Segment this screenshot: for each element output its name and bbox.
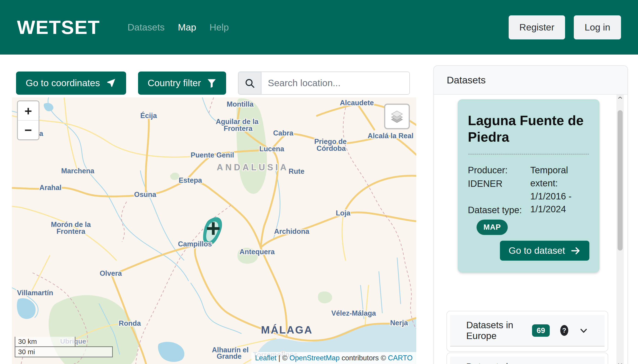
nav-item-datasets[interactable]: Datasets bbox=[128, 22, 165, 33]
datasets-panel: Datasets Laguna Fuente de Piedra Produce… bbox=[433, 65, 628, 364]
accordion-datasets-spain: Datasets in Spain 137 ? bbox=[446, 352, 608, 364]
arrow-right-icon bbox=[570, 246, 581, 256]
map-label: Vélez-Málaga bbox=[331, 309, 376, 317]
basemap-tiles: Montilla Alcaudete Écija Aguilar de la F… bbox=[12, 98, 416, 364]
count-badge: 69 bbox=[532, 324, 550, 337]
selected-dataset-card[interactable]: Laguna Fuente de Piedra Producer: IDENER… bbox=[458, 99, 599, 272]
dataset-meta: Producer: IDENER Dataset type: MAP Tempo… bbox=[468, 164, 589, 235]
panel-title: Datasets bbox=[447, 74, 486, 86]
map-label: Villamartín bbox=[17, 289, 53, 297]
brand-logo[interactable]: WETSET bbox=[17, 16, 100, 38]
help-icon[interactable]: ? bbox=[560, 325, 568, 336]
datasets-panel-body: Laguna Fuente de Piedra Producer: IDENER… bbox=[434, 95, 627, 364]
scale-mi: 30 mi bbox=[15, 346, 113, 357]
leaflet-map[interactable]: Montilla Alcaudete Écija Aguilar de la F… bbox=[12, 98, 416, 364]
map-label: Frontera bbox=[224, 124, 253, 132]
scrollbar-thumb[interactable] bbox=[617, 110, 623, 250]
accordion-title: Datasets in Spain bbox=[466, 362, 522, 364]
map-label: Ronda bbox=[119, 319, 141, 327]
dataset-title: Laguna Fuente de Piedra bbox=[468, 112, 589, 146]
scale-control: 30 km 30 mi bbox=[15, 337, 113, 357]
layers-icon bbox=[389, 109, 405, 124]
goto-coordinates-button[interactable]: Go to coordinates bbox=[16, 72, 126, 95]
accordion-button-spain[interactable]: Datasets in Spain 137 ? bbox=[450, 357, 604, 364]
accordion-button-europe[interactable]: Datasets in Europe 69 ? bbox=[450, 315, 604, 346]
main-nav: Datasets Map Help bbox=[128, 22, 229, 33]
attribution-contributors: contributors © bbox=[340, 354, 388, 362]
map-label: Rute bbox=[289, 167, 305, 175]
map-label: Cabra bbox=[273, 129, 294, 137]
map-toolbar: Go to coordinates Country filter bbox=[16, 72, 410, 95]
login-button[interactable]: Log in bbox=[574, 15, 621, 40]
scroll-down-icon[interactable] bbox=[616, 363, 624, 364]
accordion-datasets-europe: Datasets in Europe 69 ? bbox=[446, 311, 608, 352]
producer-value: IDENER bbox=[468, 177, 526, 190]
map-label: Alcaudete bbox=[340, 99, 374, 107]
accordion-title: Datasets in Europe bbox=[466, 320, 526, 341]
search-icon bbox=[239, 72, 261, 94]
map-label: Frontera bbox=[57, 228, 86, 236]
funnel-icon bbox=[207, 78, 217, 88]
goto-coordinates-label: Go to coordinates bbox=[26, 78, 100, 88]
map-label: Écija bbox=[140, 112, 157, 120]
app-header: WETSET Datasets Map Help Register Log in bbox=[0, 0, 638, 54]
carto-link[interactable]: CARTO bbox=[388, 354, 413, 362]
map-label: Arahal bbox=[40, 184, 62, 192]
navigation-arrow-icon bbox=[106, 78, 117, 88]
map-label-city: MÁLAGA bbox=[261, 324, 313, 336]
nav-item-map[interactable]: Map bbox=[178, 22, 196, 33]
map-label: Estepa bbox=[179, 176, 202, 184]
map-label: Archidona bbox=[274, 228, 309, 236]
dataset-type-badge: MAP bbox=[476, 220, 508, 235]
map-label: Campillos bbox=[178, 240, 212, 248]
chevron-down-icon bbox=[579, 326, 588, 335]
datasets-panel-header: Datasets bbox=[434, 66, 627, 95]
map-label: Loja bbox=[336, 209, 350, 217]
register-button[interactable]: Register bbox=[509, 15, 565, 40]
map-label: Marchena bbox=[61, 167, 95, 175]
map-label: Lucena bbox=[259, 145, 284, 153]
country-filter-button[interactable]: Country filter bbox=[138, 72, 226, 95]
map-label-region: ANDALUSIA bbox=[217, 162, 289, 172]
scroll-up-icon[interactable] bbox=[616, 96, 624, 99]
go-to-dataset-button[interactable]: Go to dataset bbox=[500, 241, 589, 260]
producer-label: Producer: bbox=[468, 164, 526, 177]
attribution-separator: | bbox=[276, 354, 282, 362]
scale-km: 30 km bbox=[15, 337, 76, 346]
map-label: Grande bbox=[217, 352, 242, 360]
zoom-in-button[interactable]: + bbox=[18, 101, 39, 120]
attribution-copyright: © bbox=[282, 354, 289, 362]
map-label: Montilla bbox=[227, 100, 254, 108]
go-to-dataset-label: Go to dataset bbox=[509, 245, 565, 256]
layers-control[interactable] bbox=[384, 104, 410, 129]
map-attribution: Leaflet | © OpenStreetMap contributors ©… bbox=[251, 352, 416, 364]
auth-buttons: Register Log in bbox=[509, 15, 621, 40]
temporal-extent-value: 1/1/2016 - 1/1/2024 bbox=[530, 190, 589, 216]
map-label: Puente Genil bbox=[191, 151, 234, 159]
temporal-extent-label: Temporal extent: bbox=[530, 164, 589, 190]
map-label: Nerja bbox=[390, 319, 408, 327]
dataset-type-label: Dataset type: bbox=[468, 204, 526, 216]
map-label: Olvera bbox=[100, 269, 122, 277]
panel-scrollbar[interactable] bbox=[616, 95, 624, 364]
country-filter-label: Country filter bbox=[148, 78, 201, 88]
card-divider bbox=[468, 154, 589, 154]
zoom-out-button[interactable]: − bbox=[18, 120, 39, 139]
osm-link[interactable]: OpenStreetMap bbox=[289, 354, 340, 362]
map-label: Antequera bbox=[239, 248, 275, 256]
location-search-group bbox=[238, 72, 410, 95]
map-label: Córdoba bbox=[316, 144, 346, 152]
search-input[interactable] bbox=[261, 72, 409, 94]
leaflet-link[interactable]: Leaflet bbox=[255, 354, 276, 362]
map-label: Osuna bbox=[134, 190, 156, 198]
zoom-control: + − bbox=[17, 100, 40, 140]
nav-item-help[interactable]: Help bbox=[210, 22, 229, 33]
map-label: Alcalá la Real bbox=[368, 132, 413, 140]
